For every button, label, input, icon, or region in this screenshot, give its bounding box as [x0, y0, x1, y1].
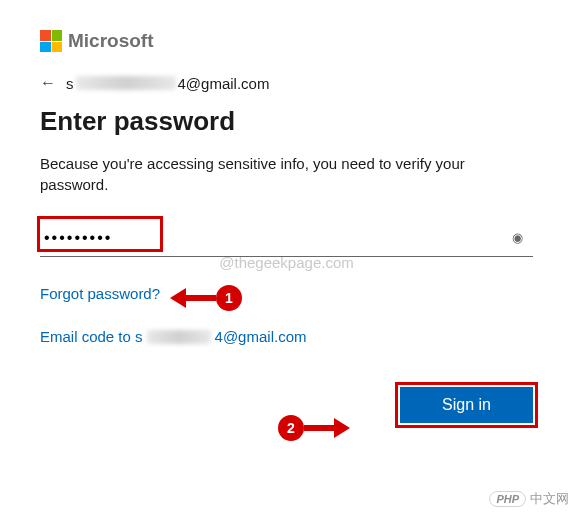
arrow-shaft — [304, 425, 334, 431]
footer-text: 中文网 — [530, 490, 569, 508]
brand-header: Microsoft — [40, 30, 533, 52]
show-password-icon[interactable]: ◉ — [502, 230, 533, 245]
email-code-redacted — [147, 330, 211, 344]
identity-redacted — [76, 76, 176, 90]
footer-watermark: PHP 中文网 — [489, 490, 569, 508]
identity-row: ← s 4@gmail.com — [40, 74, 533, 92]
annotation-arrow-1: 1 — [170, 285, 242, 311]
forgot-password-link[interactable]: Forgot password? — [40, 285, 160, 302]
description-text: Because you're accessing sensitive info,… — [40, 153, 533, 195]
actions-row: Sign in — [40, 387, 533, 423]
annotation-badge-1: 1 — [216, 285, 242, 311]
arrow-shaft — [186, 295, 216, 301]
brand-name: Microsoft — [68, 30, 154, 52]
signin-button[interactable]: Sign in — [400, 387, 533, 423]
page-title: Enter password — [40, 106, 533, 137]
back-arrow-icon[interactable]: ← — [40, 74, 56, 92]
identity-prefix: s — [66, 75, 74, 92]
identity-email: s 4@gmail.com — [66, 75, 269, 92]
password-input[interactable] — [40, 223, 502, 253]
identity-suffix: 4@gmail.com — [178, 75, 270, 92]
password-field-wrapper: ◉ — [40, 219, 533, 257]
arrow-head-icon — [170, 288, 186, 308]
email-code-suffix: 4@gmail.com — [215, 328, 307, 345]
php-badge: PHP — [489, 491, 526, 507]
microsoft-logo-icon — [40, 30, 62, 52]
email-code-prefix: Email code to s — [40, 328, 143, 345]
email-code-link[interactable]: Email code to s 4@gmail.com — [40, 328, 533, 345]
